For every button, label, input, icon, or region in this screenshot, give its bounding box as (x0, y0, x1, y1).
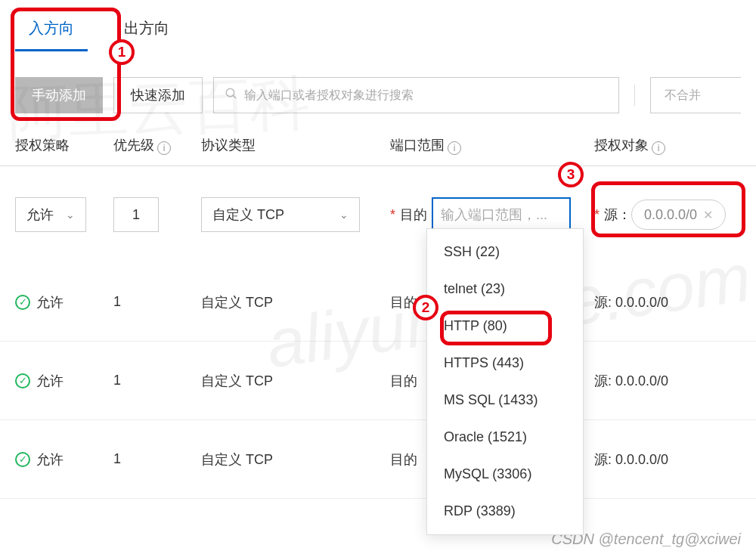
dropdown-item-oracle[interactable]: Oracle (1521) (427, 419, 583, 456)
cell-priority: 1 (113, 294, 201, 310)
svg-point-0 (226, 88, 234, 97)
check-icon: ✓ (15, 295, 30, 310)
table-header: 授权策略 优先级i 协议类型 端口范围i 授权对象i (0, 113, 756, 166)
col-header-priority: 优先级i (113, 136, 201, 155)
info-icon[interactable]: i (448, 141, 461, 155)
required-marker: * (594, 207, 600, 223)
col-header-protocol: 协议类型 (201, 136, 390, 155)
edit-row: 允许 ⌄ 1 自定义 TCP ⌄ * 目的 输入端口范围，... * 源： 0.… (0, 166, 756, 263)
cell-protocol: 自定义 TCP (201, 293, 390, 311)
manual-add-button[interactable]: 手动添加 (15, 77, 103, 113)
close-icon[interactable]: ✕ (703, 208, 713, 222)
policy-value: 允许 (26, 206, 54, 224)
dropdown-item-rdp[interactable]: RDP (3389) (427, 493, 583, 530)
cell-protocol: 自定义 TCP (201, 372, 390, 390)
source-label: 源： (604, 206, 631, 224)
protocol-value: 自定义 TCP (212, 206, 284, 224)
cell-source: 源: 0.0.0.0/0 (594, 372, 741, 390)
dropdown-item-http[interactable]: HTTP (80) (427, 308, 583, 345)
info-icon[interactable]: i (157, 141, 171, 155)
protocol-select[interactable]: 自定义 TCP ⌄ (201, 197, 360, 232)
priority-input[interactable]: 1 (113, 197, 159, 232)
dropdown-item-mysql[interactable]: MySQL (3306) (427, 456, 583, 493)
cell-priority: 1 (113, 373, 201, 388)
port-placeholder: 输入端口范围，... (441, 206, 547, 224)
search-placeholder: 输入端口或者授权对象进行搜索 (244, 88, 414, 104)
cell-policy: 允许 (36, 450, 64, 469)
cell-priority: 1 (113, 451, 201, 467)
check-icon: ✓ (15, 452, 30, 467)
chevron-down-icon: ⌄ (66, 209, 75, 221)
annotation-badge-1: 1 (109, 39, 135, 65)
table-row: ✓ 允许 1 自定义 TCP 目的 源: 0.0.0.0/0 (0, 342, 756, 420)
search-input[interactable]: 输入端口或者授权对象进行搜索 (213, 77, 619, 113)
tab-inbound[interactable]: 入方向 (15, 6, 88, 51)
merge-select[interactable]: 不合并 (650, 77, 741, 113)
source-chip[interactable]: 0.0.0.0/0 ✕ (631, 200, 726, 230)
quick-add-button[interactable]: 快速添加 (113, 77, 203, 113)
table-row: ✓ 允许 1 自定义 TCP 目的 源: 0.0.0.0/0 (0, 420, 756, 499)
col-header-port: 端口范围i (390, 136, 594, 155)
table-row: ✓ 允许 1 自定义 TCP 目的 源: 0.0.0.0/0 (0, 263, 756, 342)
cell-source: 源: 0.0.0.0/0 (594, 450, 741, 469)
dropdown-item-https[interactable]: HTTPS (443) (427, 345, 583, 382)
cell-source: 源: 0.0.0.0/0 (594, 293, 741, 311)
check-icon: ✓ (15, 373, 30, 388)
cell-protocol: 自定义 TCP (201, 450, 390, 469)
annotation-badge-2: 2 (413, 295, 438, 320)
col-header-target: 授权对象i (594, 136, 741, 155)
svg-line-1 (234, 96, 236, 98)
chevron-down-icon: ⌄ (339, 209, 349, 221)
info-icon[interactable]: i (652, 141, 665, 155)
dropdown-item-mssql[interactable]: MS SQL (1433) (427, 382, 583, 419)
port-label: 目的 (400, 206, 427, 224)
col-header-policy: 授权策略 (15, 136, 113, 155)
policy-select[interactable]: 允许 ⌄ (15, 197, 86, 232)
priority-value: 1 (132, 207, 140, 223)
search-icon (225, 87, 238, 104)
port-range-input[interactable]: 输入端口范围，... (432, 197, 571, 232)
divider (634, 85, 635, 106)
dropdown-item-telnet[interactable]: telnet (23) (427, 271, 583, 308)
source-chip-text: 0.0.0.0/0 (644, 207, 697, 223)
cell-policy: 允许 (36, 372, 64, 390)
annotation-badge-3: 3 (558, 162, 584, 187)
port-dropdown: SSH (22) telnet (23) HTTP (80) HTTPS (44… (426, 228, 584, 535)
cell-policy: 允许 (36, 293, 64, 311)
dropdown-item-ssh[interactable]: SSH (22) (427, 234, 583, 271)
required-marker: * (390, 207, 395, 223)
